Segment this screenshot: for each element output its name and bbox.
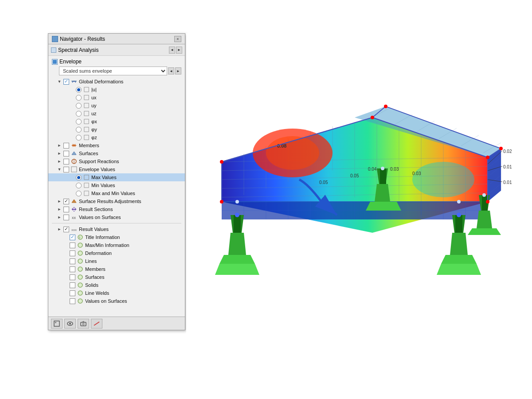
radio-u-abs[interactable]	[76, 87, 82, 93]
svg-marker-8	[72, 152, 76, 155]
tree-item-global-deformations[interactable]: ▼ Global Deformations	[48, 78, 185, 86]
navigator-close-button[interactable]: ×	[174, 36, 181, 42]
tree-item-solids[interactable]: Solids	[48, 281, 185, 289]
toolbar-home-button[interactable]	[51, 319, 63, 329]
uy-icon	[83, 102, 90, 109]
checkbox-values-surfaces2[interactable]	[70, 298, 75, 304]
checkbox-members2[interactable]	[70, 266, 75, 272]
tree-item-values-on-surfaces[interactable]: ► xx Values on Surfaces	[48, 213, 185, 221]
svg-rect-96	[234, 215, 241, 233]
tree-item-result-sections[interactable]: ► Result Sections	[48, 205, 185, 213]
tree-item-phix[interactable]: φx	[48, 117, 185, 125]
envelope-checkbox[interactable]	[52, 59, 58, 65]
svg-rect-34	[81, 322, 86, 326]
tree-item-line-welds[interactable]: Line Welds	[48, 289, 185, 297]
tree-item-members[interactable]: ► Members	[48, 141, 185, 149]
checkbox-result-values[interactable]	[63, 227, 69, 232]
deformation-label: Deformation	[85, 250, 112, 256]
expand-surface-results-adj[interactable]: ►	[56, 198, 63, 204]
tree-item-u-abs[interactable]: |u|	[48, 86, 185, 94]
svg-marker-99	[441, 255, 477, 264]
line-welds-label: Line Welds	[85, 290, 109, 296]
envelope-arrow-left[interactable]: ◄	[168, 67, 174, 74]
tree-item-surfaces2[interactable]: Surfaces	[48, 273, 185, 281]
spectral-arrow-right[interactable]: ►	[176, 47, 182, 54]
checkbox-result-sections[interactable]	[63, 207, 69, 212]
navigator-titlebar: Navigator - Results ×	[48, 34, 185, 44]
svg-rect-30	[54, 321, 59, 326]
toolbar-camera-button[interactable]	[78, 319, 89, 329]
tree-item-members2[interactable]: Members	[48, 265, 185, 273]
svg-point-123	[499, 147, 503, 150]
svg-point-23	[78, 251, 82, 255]
tree-item-phiz[interactable]: φz	[48, 133, 185, 141]
checkbox-maxmin-info[interactable]	[70, 243, 75, 248]
scaled-sums-dropdown[interactable]: Scaled sums envelope	[59, 66, 167, 75]
radio-max-values[interactable]	[76, 175, 82, 180]
expand-envelope-values[interactable]: ▼	[56, 166, 63, 172]
tree-item-deformation[interactable]: Deformation	[48, 249, 185, 257]
checkbox-global-deformations[interactable]	[63, 79, 69, 85]
radio-uy[interactable]	[76, 103, 82, 109]
expand-values-on-surfaces[interactable]: ►	[56, 214, 63, 220]
checkbox-line-welds[interactable]	[70, 290, 75, 296]
tree-item-result-values[interactable]: ► xxx Result Values	[48, 225, 185, 233]
tree-item-min-values[interactable]: Min Values	[48, 181, 185, 189]
expand-surfaces[interactable]: ►	[56, 150, 63, 156]
toolbar-graph-button[interactable]	[91, 319, 102, 329]
tree-item-surface-results-adj[interactable]: ► Surface Results Adjustments	[48, 197, 185, 205]
expand-members[interactable]: ►	[56, 142, 63, 149]
checkbox-solids[interactable]	[70, 282, 75, 288]
svg-rect-1	[84, 87, 89, 92]
tree-item-support-reactions[interactable]: ► Support Reactions	[48, 157, 185, 165]
tree-item-values-surfaces2[interactable]: Values on Surfaces	[48, 297, 185, 305]
tree-item-ux[interactable]: ux	[48, 94, 185, 102]
tree-item-phiy[interactable]: φy	[48, 125, 185, 133]
checkbox-surfaces2[interactable]	[70, 274, 75, 280]
radio-phix[interactable]	[76, 119, 82, 125]
checkbox-surfaces[interactable]	[63, 151, 69, 156]
svg-point-27	[78, 283, 82, 287]
radio-max-min-values[interactable]	[76, 191, 82, 196]
tree-item-max-min-values[interactable]: Max and Min Values	[48, 189, 185, 197]
svg-point-125	[235, 200, 239, 203]
checkbox-members[interactable]	[63, 143, 69, 149]
svg-marker-108	[468, 228, 501, 235]
checkbox-surface-results-adj[interactable]	[63, 199, 69, 204]
tree-item-envelope-values[interactable]: ▼ Envelope Values	[48, 165, 185, 173]
tree-item-surfaces[interactable]: ► Surfaces	[48, 149, 185, 157]
svg-point-20	[78, 235, 82, 239]
expand-support-reactions[interactable]: ►	[56, 158, 63, 164]
svg-point-25	[78, 267, 82, 271]
expand-result-values[interactable]: ►	[56, 226, 63, 232]
spectral-arrow-left[interactable]: ◄	[169, 47, 175, 54]
radio-phiz[interactable]	[76, 135, 82, 141]
radio-ux[interactable]	[76, 95, 82, 101]
envelope-arrow-right[interactable]: ►	[175, 67, 181, 74]
checkbox-values-on-surfaces[interactable]	[63, 215, 69, 220]
tree-item-maxmin-info[interactable]: Max/Min Information	[48, 241, 185, 249]
tree-item-max-values[interactable]: Max Values	[48, 173, 185, 181]
radio-uz[interactable]	[76, 111, 82, 117]
tree-item-uy[interactable]: uy	[48, 102, 185, 110]
tree-item-title-info[interactable]: i Title Information	[48, 233, 185, 241]
svg-point-138	[412, 162, 474, 197]
scaled-sums-row: Scaled sums envelope ◄ ►	[48, 66, 185, 76]
toolbar-eye-button[interactable]	[64, 319, 76, 329]
checkbox-support-reactions[interactable]	[63, 159, 69, 164]
svg-point-128	[381, 167, 384, 170]
tree-item-uz[interactable]: uz	[48, 110, 185, 117]
svg-text:0.03: 0.03	[390, 167, 399, 172]
checkbox-envelope-values[interactable]	[63, 167, 69, 172]
checkbox-deformation[interactable]	[70, 250, 75, 256]
checkbox-lines[interactable]	[70, 258, 75, 264]
max-min-values-icon	[83, 190, 90, 196]
expand-result-sections[interactable]: ►	[56, 206, 63, 212]
radio-min-values[interactable]	[76, 183, 82, 188]
expand-global-deformations[interactable]: ▼	[56, 78, 63, 85]
checkbox-title-info[interactable]	[70, 235, 75, 240]
tree-item-lines[interactable]: Lines	[48, 257, 185, 265]
svg-marker-107	[477, 211, 492, 228]
svg-rect-7	[84, 135, 89, 140]
radio-phiy[interactable]	[76, 127, 82, 133]
